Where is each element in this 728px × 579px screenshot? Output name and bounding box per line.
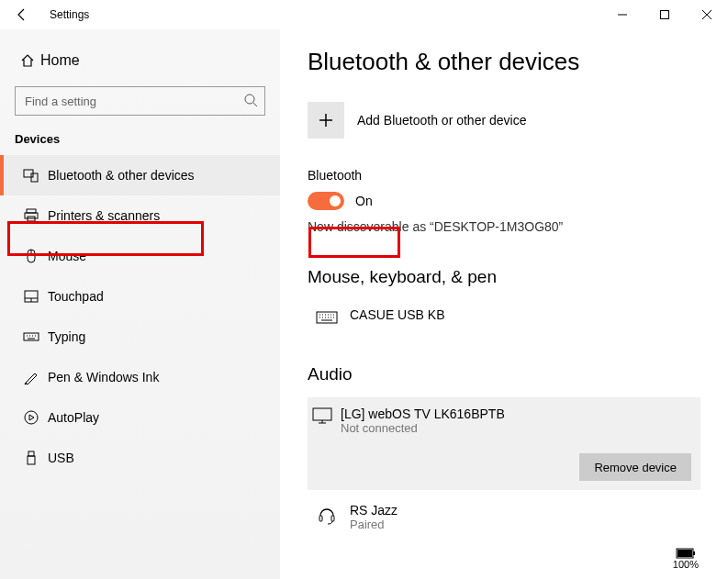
main-content: Bluetooth & other devices Add Bluetooth … [280,29,728,579]
device-status: Not connected [341,421,505,435]
svg-rect-22 [28,456,35,464]
sidebar-item-label: Touchpad [48,289,104,304]
bluetooth-toggle[interactable] [308,192,344,210]
mouse-icon [18,248,44,264]
section-mouse-keyboard-pen: Mouse, keyboard, & pen [308,267,700,287]
svg-rect-6 [27,209,36,213]
svg-rect-43 [331,516,334,521]
svg-rect-21 [28,451,34,456]
minimize-button[interactable] [601,0,644,29]
sidebar-item-label: USB [48,451,74,465]
sidebar-item-label: Printers & scanners [48,208,160,223]
remove-device-button[interactable]: Remove device [579,453,691,481]
devices-icon [18,167,44,184]
headset-icon [311,503,342,525]
device-keyboard[interactable]: CASUE USB KB [308,300,700,333]
toggle-knob [330,195,341,206]
svg-rect-46 [693,551,695,555]
toggle-state-label: On [355,194,373,208]
printer-icon [18,207,44,224]
arrow-left-icon [15,7,29,22]
svg-rect-45 [678,550,692,557]
maximize-button[interactable] [644,0,686,29]
battery-icon [676,548,696,559]
svg-rect-1 [661,11,669,19]
sidebar-section-title: Devices [0,132,280,155]
device-name: CASUE USB KB [350,307,444,322]
plus-icon [308,102,344,139]
svg-rect-7 [25,213,38,218]
battery-percent: 100% [673,559,699,570]
battery-indicator: 100% [673,548,699,570]
sidebar-item-pen[interactable]: Pen & Windows Ink [0,357,280,397]
sidebar-item-printers[interactable]: Printers & scanners [0,195,280,236]
titlebar: Settings [0,0,728,29]
add-device-button[interactable]: Add Bluetooth or other device [308,102,700,139]
pen-icon [18,369,44,385]
home-icon [15,53,40,68]
sidebar-item-label: Pen & Windows Ink [48,370,159,384]
svg-rect-42 [319,516,322,521]
sidebar-item-mouse[interactable]: Mouse [0,236,280,276]
device-status: Paired [350,518,398,531]
device-name: RS Jazz [350,503,398,518]
sidebar-item-label: Mouse [48,249,86,263]
touchpad-icon [18,288,44,305]
sidebar-item-bluetooth[interactable]: Bluetooth & other devices [0,155,280,195]
svg-rect-39 [313,408,331,420]
section-audio: Audio [308,364,700,384]
search-wrap [15,86,265,116]
sidebar-item-usb[interactable]: USB [0,438,280,478]
sidebar-item-label: Bluetooth & other devices [48,168,195,183]
home-label: Home [40,52,80,69]
add-device-label: Add Bluetooth or other device [357,113,526,128]
sidebar: Home Devices Bluetooth & other devices P… [0,29,280,579]
close-button[interactable] [686,0,728,29]
svg-rect-14 [24,333,39,340]
monitor-icon [311,406,333,429]
window-controls [601,0,728,29]
sidebar-item-label: Typing [48,329,85,344]
home-link[interactable]: Home [0,44,280,77]
device-name: [LG] webOS TV LK616BPTB [341,406,505,421]
sidebar-item-autoplay[interactable]: AutoPlay [0,397,280,438]
sidebar-item-touchpad[interactable]: Touchpad [0,276,280,317]
search-input[interactable] [15,86,265,116]
discoverable-text: Now discoverable as “DESKTOP-1M3OG80” [308,219,700,234]
device-headset[interactable]: RS Jazz Paired [308,495,700,539]
bluetooth-label: Bluetooth [308,168,700,183]
svg-point-20 [25,411,38,424]
window-title: Settings [50,8,89,21]
device-tv-card[interactable]: [LG] webOS TV LK616BPTB Not connected Re… [308,397,700,490]
bluetooth-toggle-row: On [308,192,700,210]
keyboard-icon [18,328,44,345]
keyboard-icon [311,307,342,326]
sidebar-item-label: AutoPlay [48,410,99,425]
page-title: Bluetooth & other devices [308,48,700,76]
usb-icon [18,450,44,466]
autoplay-icon [18,409,44,426]
back-button[interactable] [0,0,44,29]
sidebar-item-typing[interactable]: Typing [0,317,280,357]
